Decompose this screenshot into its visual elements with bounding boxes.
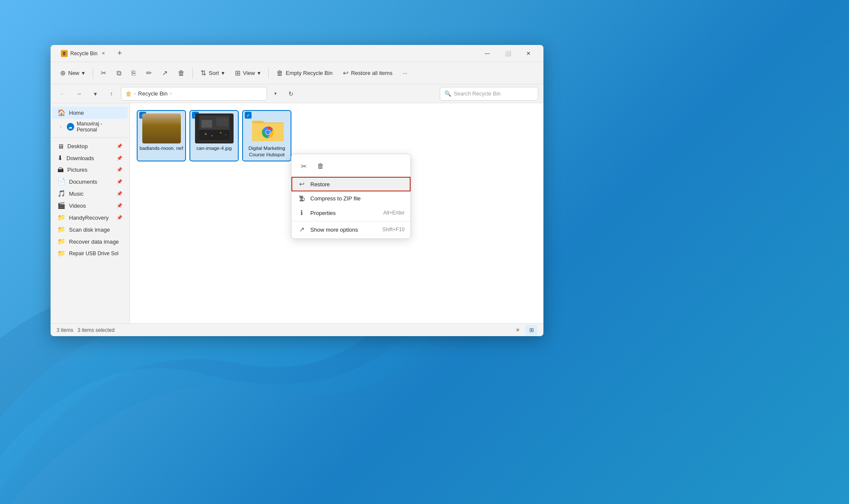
close-button[interactable]: ✕: [519, 47, 538, 60]
view-icon: ⊞: [235, 69, 240, 77]
context-menu: ✂ 🗑 ↩ Restore 🗜 Compress to ZIP file: [291, 154, 411, 239]
status-bar-right: ≡ ⊞: [512, 325, 537, 335]
folder-thumbnail: [248, 113, 286, 143]
more-options-button[interactable]: ···: [399, 67, 412, 79]
documents-pin-icon: 📌: [117, 179, 123, 185]
grid-view-button[interactable]: ⊞: [525, 325, 537, 335]
tab-area: 🗑 Recycle Bin ✕ +: [56, 48, 477, 60]
sidebar-item-music[interactable]: 🎵 Music 📌: [52, 188, 128, 200]
sidebar-item-repairusb[interactable]: 📁 Repair USB Drive Sol: [52, 248, 128, 259]
sidebar-handyrecovery-label: HandyRecovery: [69, 215, 109, 221]
tab-close-button[interactable]: ✕: [100, 50, 107, 57]
file-item[interactable]: ✓ badlands-moon. nef: [137, 110, 186, 161]
sidebar-item-recoverdata[interactable]: 📁 Recover data image: [52, 236, 128, 248]
maximize-button[interactable]: ⬜: [498, 47, 518, 60]
file-item[interactable]: ✓: [242, 110, 291, 161]
main-area: 🏠 Home › ☁ Manuviraj - Personal 🖥 Deskto…: [51, 103, 543, 323]
new-tab-button[interactable]: +: [114, 48, 126, 60]
file-thumb-jpg: [195, 113, 234, 143]
copy-button[interactable]: ⧉: [112, 67, 126, 80]
sidebar-desktop-label: Desktop: [67, 143, 88, 149]
search-box[interactable]: 🔍 Search Recycle Bin: [440, 87, 538, 101]
jpg-thumb-inner: [195, 113, 234, 143]
downloads-icon: ⬇: [57, 154, 63, 162]
path-recycle-icon: 🗑: [126, 90, 132, 97]
sidebar-item-videos[interactable]: 🎬 Videos 📌: [52, 200, 128, 212]
sidebar-item-downloads[interactable]: ⬇ Downloads 📌: [52, 152, 128, 164]
rename-button[interactable]: ✏: [142, 66, 156, 80]
empty-bin-icon: 🗑: [276, 69, 283, 77]
file-item[interactable]: ✓: [189, 110, 239, 161]
context-more-label: Show more options: [310, 227, 378, 233]
nef-thumb-inner: [142, 113, 181, 143]
sidebar-documents-label: Documents: [69, 179, 97, 185]
view-label: View: [243, 70, 255, 76]
recent-locations-button[interactable]: ▾: [88, 87, 102, 101]
search-placeholder: Search Recycle Bin: [454, 91, 501, 97]
context-properties-item[interactable]: ℹ Properties Alt+Enter: [291, 206, 411, 220]
file-name-1: badlands-moon. nef: [140, 145, 183, 152]
sidebar-downloads-label: Downloads: [66, 155, 94, 161]
file-thumb-folder: [248, 113, 286, 143]
restore-all-button[interactable]: ↩ Restore all items: [339, 66, 397, 80]
context-cut-button[interactable]: ✂: [296, 158, 311, 174]
home-icon: 🏠: [57, 109, 66, 116]
context-compress-item[interactable]: 🗜 Compress to ZIP file: [291, 191, 411, 206]
address-dropdown-button[interactable]: ▾: [270, 88, 282, 100]
forward-button[interactable]: →: [72, 87, 86, 101]
context-cut-icon: ✂: [301, 162, 306, 170]
new-button[interactable]: ⊕ New ▾: [56, 66, 89, 80]
view-button[interactable]: ⊞ View ▾: [231, 66, 265, 80]
file-thumb-nef: [142, 113, 181, 143]
active-tab[interactable]: 🗑 Recycle Bin ✕: [56, 48, 112, 59]
jpg-thumbnail: [195, 113, 234, 143]
sidebar-divider: [51, 137, 129, 138]
sidebar-item-scandisk[interactable]: 📁 Scan disk image: [52, 224, 128, 236]
share-button[interactable]: ↗: [158, 66, 172, 80]
context-properties-icon: ℹ: [297, 209, 306, 217]
paste-icon: ⎘: [132, 69, 136, 77]
list-view-button[interactable]: ≡: [512, 325, 524, 335]
sidebar-scandisk-label: Scan disk image: [69, 227, 110, 233]
address-path[interactable]: 🗑 › Recycle Bin ›: [121, 87, 267, 101]
view-arrow-icon: ▾: [258, 70, 261, 76]
share-icon: ↗: [162, 69, 168, 77]
context-restore-item[interactable]: ↩ Restore: [291, 177, 411, 191]
desktop-pin-icon: 📌: [117, 143, 123, 149]
sidebar-item-pictures[interactable]: 🏔 Pictures 📌: [52, 164, 128, 176]
sidebar-videos-label: Videos: [69, 203, 86, 209]
sidebar-pictures-label: Pictures: [67, 167, 87, 173]
empty-bin-button[interactable]: 🗑 Empty Recycle Bin: [272, 67, 337, 80]
cloud-label: Manuviraj - Personal: [77, 121, 123, 133]
context-delete-button[interactable]: 🗑: [313, 158, 328, 174]
items-count: 3 items: [57, 327, 73, 333]
svg-point-8: [225, 134, 226, 135]
refresh-button[interactable]: ↻: [284, 87, 298, 101]
pictures-icon: 🏔: [57, 166, 64, 173]
nef-thumbnail: [142, 113, 181, 143]
tab-label: Recycle Bin: [70, 51, 97, 57]
window-controls: — ⬜ ✕: [477, 47, 538, 60]
empty-bin-label: Empty Recycle Bin: [286, 70, 333, 76]
cut-button[interactable]: ✂: [96, 66, 111, 80]
new-plus-icon: ⊕: [60, 69, 66, 77]
search-icon: 🔍: [444, 90, 451, 97]
up-button[interactable]: ↑: [105, 87, 118, 101]
rename-icon: ✏: [146, 69, 152, 77]
title-bar: 🗑 Recycle Bin ✕ + — ⬜ ✕: [51, 45, 543, 62]
sidebar-cloud-section[interactable]: › ☁ Manuviraj - Personal: [52, 119, 128, 135]
repairusb-icon: 📁: [57, 250, 66, 257]
paste-button[interactable]: ⎘: [127, 67, 140, 80]
cloud-icon: ☁: [67, 123, 75, 131]
sidebar-item-handyrecovery[interactable]: 📁 HandyRecovery 📌: [52, 212, 128, 224]
delete-button[interactable]: 🗑: [174, 67, 189, 80]
sidebar-item-documents[interactable]: 📄 Documents 📌: [52, 176, 128, 188]
back-button[interactable]: ←: [56, 87, 69, 101]
sort-button[interactable]: ⇅ Sort ▾: [196, 66, 229, 80]
context-more-item[interactable]: ↗ Show more options Shift+F10: [291, 222, 411, 237]
minimize-button[interactable]: —: [477, 47, 497, 60]
videos-icon: 🎬: [57, 202, 66, 209]
more-options-icon: ···: [403, 70, 408, 76]
sidebar-item-home[interactable]: 🏠 Home: [52, 107, 128, 119]
sidebar-item-desktop[interactable]: 🖥 Desktop 📌: [52, 140, 128, 152]
